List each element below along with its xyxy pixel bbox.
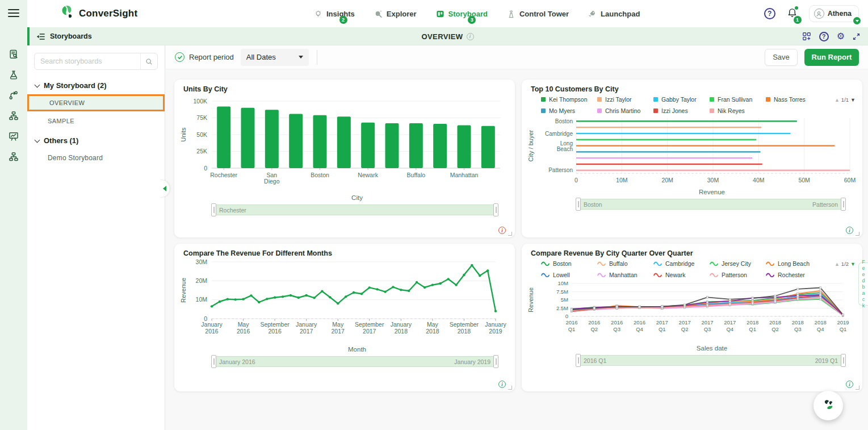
svg-text:September: September — [355, 321, 384, 328]
svg-text:Q1: Q1 — [659, 326, 666, 332]
legend-item[interactable]: Kei Thompson — [541, 96, 597, 103]
legend-item[interactable]: Gabby Taylor — [653, 96, 710, 103]
legend-item[interactable]: Newark — [653, 272, 710, 278]
sidebar-item-sample[interactable]: SAMPLE — [27, 112, 165, 130]
settings-gear-icon[interactable]: ⚙ — [837, 32, 845, 41]
add-widget-icon[interactable] — [802, 32, 811, 41]
search-input[interactable] — [35, 57, 140, 65]
resize-handle[interactable] — [856, 232, 859, 236]
user-menu[interactable]: Athena — [809, 5, 859, 22]
group-others[interactable]: Others (1) — [27, 133, 165, 148]
svg-text:Units: Units — [180, 127, 187, 142]
legend-swatch-icon — [541, 97, 546, 102]
menu-icon[interactable] — [8, 9, 19, 17]
report-period-checkbox[interactable] — [175, 52, 184, 62]
help-icon[interactable]: ? — [764, 8, 775, 19]
svg-text:40M: 40M — [753, 177, 764, 183]
pager-up-icon[interactable]: ▲ — [835, 97, 840, 103]
presentation-chart-icon[interactable] — [8, 131, 19, 142]
legend-item[interactable]: Nass Torres — [766, 96, 822, 103]
slider-handle-left[interactable] — [576, 198, 581, 211]
legend-item[interactable]: Long Beach — [766, 260, 822, 267]
search-icon[interactable] — [140, 53, 157, 69]
pager-down-icon[interactable]: ▼ — [850, 97, 856, 103]
legend-item[interactable]: Cambridge — [653, 260, 710, 267]
slider-handle-left[interactable] — [211, 355, 216, 368]
range-slider[interactable]: Rochester — [212, 204, 498, 215]
chart-grid: Units By City 100K75K50K25K0RochesterSan… — [174, 80, 862, 391]
lab-flask-icon[interactable] — [8, 69, 19, 81]
info-icon[interactable]: i — [846, 227, 853, 234]
pager-up-icon[interactable]: ▲ — [835, 261, 840, 267]
svg-text:Rochester: Rochester — [210, 172, 237, 178]
svg-text:Q2: Q2 — [681, 326, 689, 332]
resize-handle[interactable] — [856, 386, 859, 390]
resize-handle[interactable] — [508, 386, 512, 390]
slider-handle-left[interactable] — [576, 354, 581, 367]
svg-text:2018: 2018 — [815, 319, 827, 325]
legend-item[interactable]: Manhattan — [597, 272, 653, 278]
nav-item-insights[interactable]: Insights2 — [314, 10, 355, 18]
feedback-tab[interactable]: Feedback — [858, 262, 868, 306]
range-slider[interactable]: Boston Patterson — [576, 199, 845, 210]
legend-pager: ▲1/1▼ — [835, 97, 856, 103]
legend-item[interactable]: Izzi Taylor — [597, 96, 653, 103]
info-icon[interactable]: i — [467, 33, 474, 40]
svg-text:January: January — [485, 321, 506, 328]
legend-item[interactable]: Lowell — [541, 272, 597, 278]
report-search-icon[interactable] — [8, 49, 19, 60]
range-slider[interactable]: January 2016 January 2019 — [212, 356, 498, 367]
legend-item[interactable]: Patterson — [710, 272, 766, 278]
divider — [317, 50, 317, 65]
slider-handle-left[interactable] — [211, 203, 216, 216]
sidebar-item-demo-storyboard[interactable]: Demo Storyboard — [27, 149, 165, 166]
slider-handle-right[interactable] — [841, 354, 846, 367]
legend-line-icon — [541, 260, 550, 267]
explorer-icon — [374, 10, 383, 18]
legend-item[interactable]: Mo Myers — [541, 107, 597, 114]
info-icon[interactable]: i — [498, 227, 506, 234]
conversight-logo[interactable]: ConverSight — [59, 5, 137, 23]
slider-handle-right[interactable] — [841, 198, 846, 211]
legend-line-icon — [653, 260, 662, 267]
nav-item-launchpad[interactable]: Launchpad — [588, 10, 640, 18]
legend-item[interactable]: Jersey City — [710, 260, 766, 267]
slider-handle-right[interactable] — [493, 203, 498, 216]
legend-item[interactable]: Chris Martino — [597, 107, 653, 114]
pager-down-icon[interactable]: ▼ — [850, 261, 856, 267]
run-report-button[interactable]: Run Report — [804, 49, 859, 66]
nav-item-control-tower[interactable]: Control Tower — [507, 10, 569, 18]
sidebar-item-overview[interactable]: OVERVIEW — [27, 94, 165, 111]
range-slider[interactable]: 2016 Q1 2019 Q1 — [576, 355, 845, 366]
notifications-bell-icon[interactable]: 1 — [787, 7, 798, 20]
date-filter-dropdown[interactable]: All Dates — [241, 49, 309, 66]
help-icon[interactable]: ? — [819, 32, 829, 41]
legend-item[interactable]: Fran Sullivan — [710, 96, 766, 103]
legend-item[interactable]: Rochester — [766, 272, 822, 278]
storyboard-subheader: Storyboards OVERVIEW i ? ⚙ — [27, 27, 868, 45]
workflow-branch-icon[interactable] — [8, 90, 19, 101]
nav-item-explorer[interactable]: Explorer — [374, 10, 417, 18]
legend-item[interactable]: Nik Reyes — [710, 107, 766, 114]
legend-item[interactable]: Izzi Jones — [653, 107, 710, 114]
svg-text:30M: 30M — [196, 258, 207, 265]
info-icon[interactable]: i — [498, 381, 506, 388]
org-chart-icon[interactable] — [8, 151, 19, 162]
collapse-expand-icon[interactable] — [853, 33, 860, 40]
slider-handle-right[interactable] — [493, 355, 498, 368]
save-button[interactable]: Save — [765, 49, 798, 66]
chevron-down-icon — [853, 17, 861, 24]
svg-text:2016: 2016 — [205, 328, 219, 335]
legend-swatch-icon — [710, 108, 714, 113]
svg-text:Beach: Beach — [557, 146, 573, 152]
athena-assistant-button[interactable] — [814, 391, 843, 420]
legend-item[interactable]: Buffalo — [597, 260, 653, 267]
group-my-storyboard[interactable]: My Storyboard (2) — [27, 78, 165, 93]
nav-badge: 3 — [468, 16, 476, 24]
info-icon[interactable]: i — [846, 381, 853, 388]
legend-item[interactable]: Boston — [541, 260, 597, 267]
hierarchy-icon[interactable] — [8, 110, 19, 122]
legend-line-icon — [597, 272, 606, 278]
resize-handle[interactable] — [508, 232, 512, 236]
nav-item-storyboard[interactable]: Storyboard3 — [436, 10, 488, 18]
